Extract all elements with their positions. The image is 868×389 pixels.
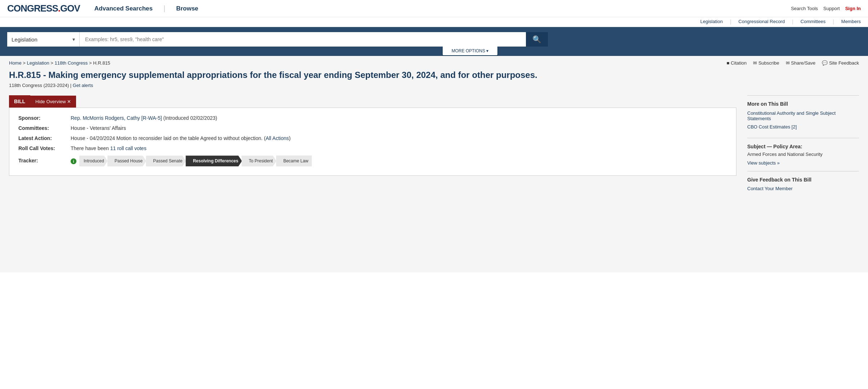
subject-title: Subject — Policy Area: [747,144,859,149]
share-save-link[interactable]: ✉ Share/Save [786,60,816,66]
more-on-bill-title: More on This Bill [747,101,859,107]
more-options-button[interactable]: MORE OPTIONS ▾ [442,47,499,56]
secondary-nav-members[interactable]: Members [841,19,861,25]
breadcrumb-home[interactable]: Home [9,60,22,66]
tracker-step-passed-house: Passed House [107,156,146,166]
tracker-label: Tracker: [18,156,71,163]
chevron-down-icon: ▾ [72,36,75,42]
committees-value: House - Veterans' Affairs [71,125,126,131]
roll-call-label: Roll Call Votes: [18,145,71,151]
nav-support[interactable]: Support [823,6,840,11]
nav-advanced-searches[interactable]: Advanced Searches [94,5,153,12]
search-dropdown[interactable]: Legislation ▾ [7,32,79,47]
tracker-step-resolving: Resolving Differences [186,156,242,166]
search-bar: Legislation ▾ 🔍 MORE OPTIONS ▾ [0,27,868,56]
sponsor-link[interactable]: Rep. McMorris Rodgers, Cathy [R-WA-5] [71,115,162,121]
subject-section: Subject — Policy Area: Armed Forces and … [747,138,859,171]
sponsor-field: Sponsor: Rep. McMorris Rodgers, Cathy [R… [18,115,727,121]
breadcrumb: Home > Legislation > 118th Congress > H.… [9,60,110,66]
main-layout: BILL Hide Overview ✕ Sponsor: Rep. McMor… [9,95,859,197]
sponsor-value: Rep. McMorris Rodgers, Cathy [R-WA-5] (I… [71,115,217,121]
latest-action-label: Latest Action: [18,135,71,141]
breadcrumb-congress[interactable]: 118th Congress [55,60,88,66]
roll-call-field: Roll Call Votes: There have been 11 roll… [18,145,727,151]
cbo-cost-link[interactable]: CBO Cost Estimates [2] [747,124,859,130]
sep1: | [730,19,731,25]
subscribe-link[interactable]: ✉ Subscribe [753,60,779,66]
hide-overview-button[interactable]: Hide Overview ✕ [30,96,76,108]
nav-separator: | [163,4,165,13]
bill-overview: Sponsor: Rep. McMorris Rodgers, Cathy [R… [9,108,736,176]
secondary-nav-committees[interactable]: Committees [801,19,825,25]
tracker-step-passed-senate: Passed Senate [146,156,186,166]
secondary-nav-legislation[interactable]: Legislation [700,19,723,25]
citation-link[interactable]: ■ Citation [727,60,747,66]
latest-action-value: House - 04/20/2024 Motion to reconsider … [71,135,291,141]
secondary-nav: Legislation | Congressional Record | Com… [0,17,868,27]
breadcrumb-bill: H.R.815 [93,60,110,66]
sponsor-intro: (Introduced 02/02/2023) [163,115,217,121]
more-on-bill-section: More on This Bill Constitutional Authori… [747,95,859,138]
main-nav: Advanced Searches | Browse [94,4,198,13]
logo[interactable]: CONGRESS.GOV [7,3,80,14]
contact-member-link[interactable]: Contact Your Member [747,186,793,191]
committees-label: Committees: [18,125,71,131]
logo-main: CONGRESS [7,3,58,14]
breadcrumb-actions: ■ Citation ✉ Subscribe ✉ Share/Save 💬 Si… [727,60,859,66]
bill-label: BILL [9,95,30,108]
breadcrumb-legislation[interactable]: Legislation [27,60,49,66]
logo-gov: GOV [60,3,80,14]
search-dropdown-label: Legislation [12,36,37,43]
nav-sign-in[interactable]: Sign In [845,6,861,11]
sponsor-label: Sponsor: [18,115,71,121]
tracker-step-introduced: Introduced [79,156,108,166]
site-feedback-link[interactable]: 💬 Site Feedback [822,60,859,66]
search-button[interactable]: 🔍 [526,32,548,47]
bill-tab-row: BILL Hide Overview ✕ [9,95,736,108]
feedback-section: Give Feedback on This Bill Contact Your … [747,171,859,197]
sep3: | [833,19,834,25]
all-actions-link[interactable]: All Actions [266,135,289,141]
bill-congress: 118th Congress (2023-2024) [9,83,69,88]
bill-sidebar: More on This Bill Constitutional Authori… [747,95,859,197]
sep2: | [792,19,793,25]
nav-browse[interactable]: Browse [176,5,198,12]
bill-title: H.R.815 - Making emergency supplemental … [9,69,859,80]
feedback-title: Give Feedback on This Bill [747,177,859,183]
roll-call-value: There have been 11 roll call votes [71,145,146,151]
tracker-field: Tracker: i Introduced Passed House Passe… [18,156,727,166]
tracker-steps: Introduced Passed House Passed Senate Re… [79,156,312,166]
top-right-nav: Search Tools Support Sign In [791,6,861,11]
constitutional-authority-link[interactable]: Constitutional Authority and Single Subj… [747,110,859,121]
search-input[interactable] [79,32,526,47]
breadcrumb-sep1: > [23,60,27,66]
bill-content: BILL Hide Overview ✕ Sponsor: Rep. McMor… [9,95,736,197]
bill-congress-sep: | [70,83,73,88]
breadcrumb-sep3: > [89,60,93,66]
view-subjects-link[interactable]: View subjects » [747,160,780,166]
get-alerts-link[interactable]: Get alerts [73,83,93,88]
bill-congress-info: 118th Congress (2023-2024) | Get alerts [9,83,859,88]
subject-value: Armed Forces and National Security [747,152,859,157]
roll-call-link[interactable]: 11 roll call votes [110,145,146,151]
tracker-step-to-president: To President [242,156,276,166]
nav-search-tools[interactable]: Search Tools [791,6,818,11]
secondary-nav-congressional-record[interactable]: Congressional Record [739,19,785,25]
breadcrumb-row: Home > Legislation > 118th Congress > H.… [9,60,859,66]
latest-action-field: Latest Action: House - 04/20/2024 Motion… [18,135,727,141]
tracker-step-became-law: Became Law [276,156,312,166]
committees-field: Committees: House - Veterans' Affairs [18,125,727,131]
tracker-info-icon[interactable]: i [71,158,76,164]
breadcrumb-sep2: > [50,60,54,66]
